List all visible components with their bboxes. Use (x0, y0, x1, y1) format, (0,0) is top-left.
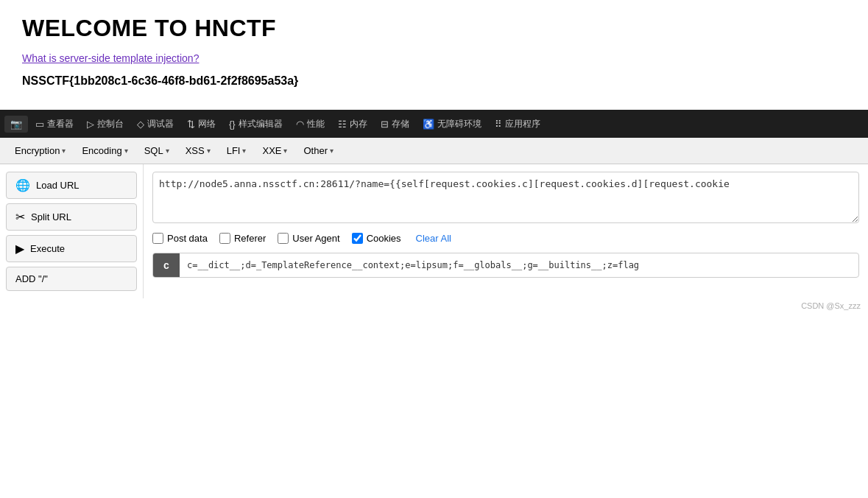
style-editor-icon: {} (229, 119, 236, 130)
user-agent-checkbox-label[interactable]: User Agent (278, 233, 339, 244)
devtools-inspector[interactable]: ▭ 查看器 (29, 115, 80, 133)
add-slash-label: ADD "/" (15, 273, 48, 284)
devtools-console[interactable]: ▷ 控制台 (81, 115, 130, 133)
devtools-performance-label: 性能 (307, 118, 325, 130)
cookies-checkbox-label[interactable]: Cookies (352, 233, 401, 244)
menu-lfi[interactable]: LFI ▾ (219, 141, 254, 160)
devtools-bar: 📷 ▭ 查看器 ▷ 控制台 ◇ 调试器 ⇅ 网络 {} 样式编辑器 ◠ 性能 ☷… (0, 110, 868, 138)
menu-lfi-label: LFI (227, 145, 241, 156)
cookies-row: c c=__dict__;d=_TemplateReference__conte… (152, 253, 859, 278)
referer-label: Referer (234, 233, 266, 244)
user-agent-label: User Agent (292, 233, 339, 244)
storage-icon: ⊟ (381, 119, 389, 130)
camera-icon: 📷 (10, 119, 22, 130)
devtools-performance[interactable]: ◠ 性能 (290, 115, 331, 133)
menu-xss-label: XSS (186, 145, 205, 156)
load-url-label: Load URL (36, 180, 80, 191)
menu-encoding-label: Encoding (82, 145, 121, 156)
console-icon: ▷ (87, 119, 94, 130)
menu-other-label: Other (303, 145, 328, 156)
load-url-icon: 🌐 (15, 178, 30, 192)
right-panel: http://node5.anna.nssctf.cn:28611/?name=… (144, 164, 868, 298)
devtools-apps[interactable]: ⠿ 应用程序 (489, 115, 546, 133)
menu-encryption[interactable]: Encryption ▾ (7, 141, 73, 160)
chevron-down-icon: ▾ (330, 147, 334, 155)
devtools-screenshot[interactable]: 📷 (4, 116, 28, 133)
accessibility-icon: ♿ (423, 119, 434, 130)
post-data-label: Post data (167, 233, 208, 244)
apps-icon: ⠿ (495, 119, 502, 130)
execute-icon: ▶ (15, 242, 24, 256)
performance-icon: ◠ (296, 119, 304, 130)
inspector-icon: ▭ (35, 119, 44, 130)
menu-sql-label: SQL (144, 145, 163, 156)
cookies-key-label: c (153, 253, 180, 277)
page-title: WELCOME TO HNCTF (22, 15, 846, 42)
devtools-debugger[interactable]: ◇ 调试器 (131, 115, 180, 133)
cookies-label-text: Cookies (367, 233, 401, 244)
devtools-memory[interactable]: ☷ 内存 (332, 115, 373, 133)
flag-text: NSSCTF{1bb208c1-6c36-46f8-bd61-2f2f8695a… (22, 74, 846, 88)
menu-encoding[interactable]: Encoding ▾ (74, 141, 135, 160)
devtools-apps-label: 应用程序 (505, 118, 540, 130)
chevron-down-icon: ▾ (207, 147, 211, 155)
chevron-down-icon: ▾ (166, 147, 169, 155)
devtools-inspector-label: 查看器 (47, 118, 74, 130)
post-data-checkbox-label[interactable]: Post data (152, 233, 208, 244)
chevron-down-icon: ▾ (283, 147, 287, 155)
execute-button[interactable]: ▶ Execute (6, 235, 137, 262)
execute-label: Execute (30, 243, 65, 254)
devtools-debugger-label: 调试器 (147, 118, 174, 130)
menu-xxe-label: XXE (262, 145, 281, 156)
url-input[interactable]: http://node5.anna.nssctf.cn:28611/?name=… (152, 172, 859, 223)
menu-xss[interactable]: XSS ▾ (178, 141, 218, 160)
menu-sql[interactable]: SQL ▾ (137, 141, 177, 160)
split-url-button[interactable]: ✂ Split URL (6, 203, 137, 231)
add-slash-button[interactable]: ADD "/" (6, 267, 137, 291)
devtools-storage[interactable]: ⊟ 存储 (375, 115, 415, 133)
tool-area: 🌐 Load URL ✂ Split URL ▶ Execute ADD "/"… (0, 164, 868, 298)
cookies-checkbox[interactable] (352, 233, 363, 244)
devtools-memory-label: 内存 (350, 118, 367, 130)
devtools-console-label: 控制台 (97, 118, 124, 130)
main-content: WELCOME TO HNCTF What is server-side tem… (0, 0, 868, 110)
chevron-down-icon: ▾ (124, 147, 128, 155)
memory-icon: ☷ (338, 119, 347, 130)
network-icon: ⇅ (187, 119, 195, 130)
watermark: CSDN @Sx_zzz (0, 298, 868, 313)
chevron-down-icon: ▾ (62, 147, 66, 155)
debugger-icon: ◇ (137, 119, 144, 130)
load-url-button[interactable]: 🌐 Load URL (6, 172, 137, 199)
devtools-style-editor-label: 样式编辑器 (239, 118, 283, 130)
cookies-value: c=__dict__;d=_TemplateReference__context… (180, 253, 858, 277)
clear-all-button[interactable]: Clear All (416, 233, 451, 244)
referer-checkbox-label[interactable]: Referer (219, 233, 266, 244)
devtools-style-editor[interactable]: {} 样式编辑器 (223, 115, 289, 133)
menu-encryption-label: Encryption (15, 145, 60, 156)
split-url-label: Split URL (31, 211, 71, 222)
user-agent-checkbox[interactable] (278, 233, 289, 244)
referer-checkbox[interactable] (219, 233, 230, 244)
devtools-accessibility-label: 无障碍环境 (437, 118, 481, 130)
menu-other[interactable]: Other ▾ (296, 141, 341, 160)
devtools-accessibility[interactable]: ♿ 无障碍环境 (417, 115, 487, 133)
devtools-network[interactable]: ⇅ 网络 (181, 115, 222, 133)
devtools-network-label: 网络 (198, 118, 216, 130)
toolbar: Encryption ▾ Encoding ▾ SQL ▾ XSS ▾ LFI … (0, 138, 868, 164)
checkbox-row: Post data Referer User Agent Cookies Cle… (152, 233, 859, 244)
split-url-icon: ✂ (15, 210, 25, 224)
post-data-checkbox[interactable] (152, 233, 163, 244)
left-panel: 🌐 Load URL ✂ Split URL ▶ Execute ADD "/" (0, 164, 144, 298)
menu-xxe[interactable]: XXE ▾ (255, 141, 294, 160)
subtitle-link[interactable]: What is server-side template injection? (22, 52, 199, 64)
devtools-storage-label: 存储 (392, 118, 409, 130)
chevron-down-icon: ▾ (242, 147, 246, 155)
